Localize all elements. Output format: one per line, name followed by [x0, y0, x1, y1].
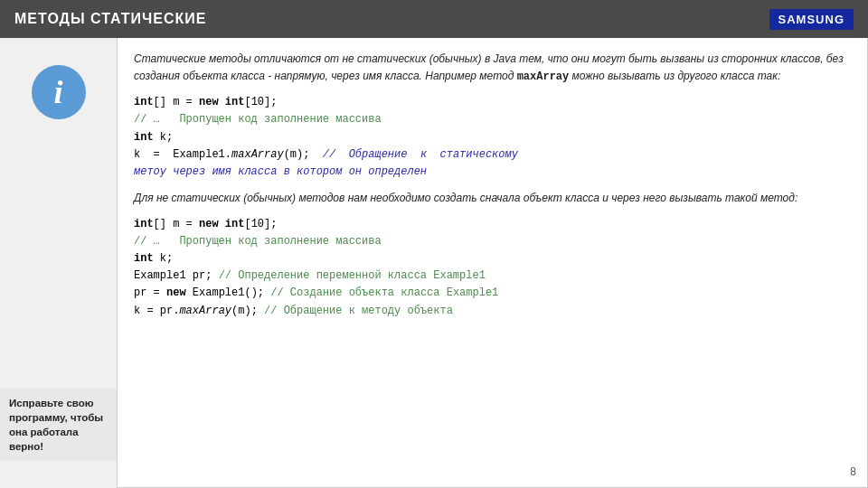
- code-line-comment-blue: метоу через имя класса в котором он опре…: [134, 164, 851, 181]
- page-number: 8: [850, 464, 856, 480]
- page-title: МЕТОДЫ СТАТИЧЕСКИЕ: [14, 11, 206, 27]
- code-line: Example1 pr; // Определение переменной к…: [134, 267, 851, 285]
- code-line: int k;: [134, 129, 851, 146]
- code-line: int[] m = new int[10];: [134, 94, 851, 111]
- code-block-1: int[] m = new int[10]; // … Пропущен код…: [134, 94, 851, 181]
- code-line: k = pr.maxArray(m); // Обращение к метод…: [134, 303, 851, 320]
- code-line-comment: // … Пропущен код заполнение массива: [134, 233, 851, 250]
- code-line: pr = new Example1(); // Создание объекта…: [134, 285, 851, 302]
- code-block-2: int[] m = new int[10]; // … Пропущен код…: [134, 216, 851, 320]
- code-line: int k;: [134, 250, 851, 267]
- sidebar: i Исправьте свою программу, чтобы она ра…: [0, 38, 118, 488]
- header: МЕТОДЫ СТАТИЧЕСКИЕ SAMSUNG: [0, 0, 868, 38]
- intro-paragraph: Статические методы отличаются от не стат…: [134, 51, 851, 85]
- info-icon: i: [32, 65, 86, 119]
- content-area: Статические методы отличаются от не стат…: [118, 38, 868, 488]
- samsung-logo: SAMSUNG: [769, 9, 854, 30]
- sidebar-note: Исправьте свою программу, чтобы она рабо…: [0, 389, 117, 461]
- code-line: int[] m = new int[10];: [134, 216, 851, 233]
- inline-code-maxarray: maxArray: [517, 70, 570, 83]
- code-line: k = Example1.maxArray(m); // Обращение к…: [134, 146, 851, 164]
- main-layout: i Исправьте свою программу, чтобы она ра…: [0, 38, 868, 488]
- code-line-comment: // … Пропущен код заполнение массива: [134, 111, 851, 128]
- mid-paragraph: Для не статических (обычных) методов нам…: [134, 190, 851, 207]
